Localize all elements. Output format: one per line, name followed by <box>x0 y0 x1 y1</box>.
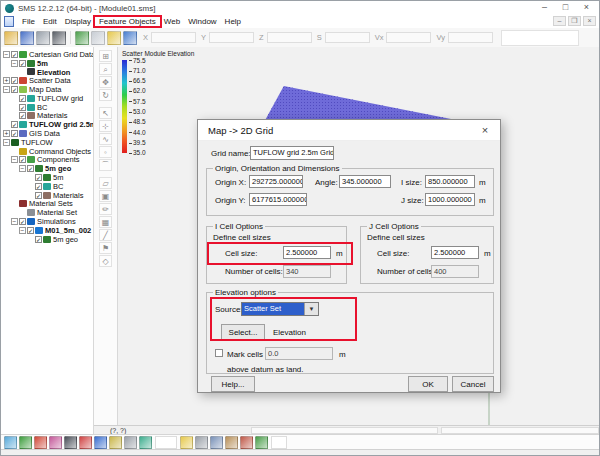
tree-item-scatter-data[interactable]: +✓Scatter Data <box>1 76 93 85</box>
coordinate-input-z[interactable] <box>267 32 312 43</box>
select-polygon-tool-icon[interactable]: ▣ <box>99 190 112 202</box>
tree-checkbox[interactable]: ✓ <box>11 51 18 58</box>
tree-item-5m-geo[interactable]: ✓5m geo <box>1 235 93 244</box>
ok-button[interactable]: OK <box>408 376 448 392</box>
maximize-button[interactable]: □ <box>555 1 576 14</box>
tree-item-5m[interactable]: ✓5m <box>1 173 93 182</box>
globe-module-icon[interactable] <box>79 436 92 449</box>
minimize-button[interactable]: – <box>534 1 555 14</box>
tree-item-map-data[interactable]: −✓Map Data <box>1 85 93 94</box>
tree-item-gis-data[interactable]: +✓GIS Data <box>1 129 93 138</box>
menu-item-help[interactable]: Help <box>221 17 245 26</box>
help-button[interactable]: Help... <box>211 376 255 392</box>
gis-module-icon[interactable] <box>94 436 107 449</box>
tree-item-cartesian-grid-data[interactable]: −✓Cartesian Grid Data <box>1 50 93 59</box>
tree-item-tuflow[interactable]: −TUFLOW <box>1 138 93 147</box>
tree-item-m01-5m-002[interactable]: −✓M01_5m_002 <box>1 226 93 235</box>
grid-frame-tool-icon[interactable]: ▦ <box>99 216 112 228</box>
select-point-tool-icon[interactable]: ◦ <box>99 146 112 158</box>
tree-checkbox[interactable]: ✓ <box>19 112 26 119</box>
frame-icon[interactable] <box>210 436 223 449</box>
save-icon[interactable] <box>20 31 34 45</box>
tree-checkbox[interactable]: ✓ <box>11 121 18 128</box>
tree-checkbox[interactable]: ✓ <box>11 86 18 93</box>
tree-checkbox[interactable]: ✓ <box>19 60 26 67</box>
tree-checkbox[interactable]: ✓ <box>19 104 26 111</box>
mdi-minimize-button[interactable]: – <box>553 16 566 26</box>
mark-cells-checkbox[interactable] <box>215 349 223 357</box>
raster-module-icon[interactable] <box>124 436 137 449</box>
expand-icon[interactable]: + <box>3 130 10 137</box>
menu-item-display[interactable]: Display <box>61 17 95 26</box>
measure-tool-icon[interactable]: ◇ <box>99 255 112 267</box>
create-point-tool-icon[interactable]: ⊹ <box>99 120 112 132</box>
j-size-field[interactable]: 1000.000000 <box>425 193 475 206</box>
collapse-icon[interactable]: − <box>3 86 10 93</box>
tree-checkbox[interactable]: ✓ <box>27 227 34 234</box>
curve-module-icon[interactable] <box>49 436 62 449</box>
image-icon[interactable] <box>75 31 89 45</box>
coordinate-input-vx[interactable] <box>386 32 431 43</box>
collapse-icon[interactable]: − <box>19 227 26 234</box>
grid-name-field[interactable]: TUFLOW grid 2.5m Grid <box>250 146 334 160</box>
mdi-restore-button[interactable]: ❐ <box>568 16 581 26</box>
delete-icon[interactable] <box>52 31 66 45</box>
tree-checkbox[interactable]: ✓ <box>11 130 18 137</box>
tree-item-simulations[interactable]: −✓Simulations <box>1 217 93 226</box>
scatter-module-icon[interactable] <box>34 436 47 449</box>
coordinate-input-x[interactable] <box>151 32 196 43</box>
vertex-tool-icon[interactable]: ✏ <box>99 203 112 215</box>
split-tool-icon[interactable]: ╱ <box>99 229 112 241</box>
folder-tool-icon[interactable] <box>225 436 238 449</box>
bulb-icon[interactable] <box>180 436 193 449</box>
menu-item-edit[interactable]: Edit <box>39 17 61 26</box>
rotate-tool-icon[interactable]: ↻ <box>99 89 112 101</box>
menu-item-file[interactable]: File <box>18 17 39 26</box>
mdi-close-button[interactable]: × <box>583 16 596 26</box>
tree-item-5m[interactable]: −✓5m <box>1 59 93 68</box>
tree-item-bc[interactable]: ✓BC <box>1 103 93 112</box>
flag-tool-icon[interactable]: ⚑ <box>99 242 112 254</box>
tree-item-material-set[interactable]: Material Set <box>1 208 93 217</box>
pan-tool-icon[interactable]: ✥ <box>99 76 112 88</box>
tree-checkbox[interactable]: ✓ <box>27 165 34 172</box>
i-size-field[interactable]: 850.000000 <box>425 175 475 188</box>
refresh-icon[interactable] <box>240 436 253 449</box>
origin-x-field[interactable]: 292725.000000 <box>249 175 303 188</box>
dialog-close-icon[interactable]: × <box>470 120 500 141</box>
tree-item-materials[interactable]: ✓Materials <box>1 112 93 121</box>
collapse-icon[interactable]: − <box>19 165 26 172</box>
origin-y-field[interactable]: 6177615.000000 <box>249 193 307 206</box>
tree-item-elevation[interactable]: Elevation <box>1 68 93 77</box>
select-arc-tool-icon[interactable]: ⌒ <box>99 159 112 171</box>
grid-module-icon[interactable] <box>19 436 32 449</box>
chevron-down-icon[interactable]: ▼ <box>304 303 318 315</box>
open-icon[interactable] <box>4 31 18 45</box>
collapse-icon[interactable]: − <box>11 156 18 163</box>
i-cell-size-field[interactable]: 2.500000 <box>283 246 331 259</box>
coordinate-input-s[interactable] <box>325 32 370 43</box>
expand-icon[interactable]: + <box>3 77 10 84</box>
zoom-tool-icon[interactable]: ⌕ <box>99 63 112 75</box>
bolt-icon[interactable] <box>107 31 121 45</box>
create-polygon-tool-icon[interactable]: ▱ <box>99 177 112 189</box>
globe-small-icon[interactable] <box>255 436 268 449</box>
mesh-module-icon[interactable] <box>4 436 17 449</box>
find-icon[interactable] <box>91 31 105 45</box>
menu-item-feature-objects[interactable]: Feature Objects <box>95 17 160 26</box>
tree-checkbox[interactable]: ✓ <box>19 156 26 163</box>
j-cell-size-field[interactable]: 2.500000 <box>431 246 479 259</box>
coordinate-input-y[interactable] <box>209 32 254 43</box>
tree-item-tuflow-grid-2-5m[interactable]: ✓TUFLOW grid 2.5m <box>1 120 93 129</box>
coordinate-input-vy[interactable] <box>448 32 493 43</box>
collapse-icon[interactable]: − <box>11 218 18 225</box>
annotation-module-icon[interactable] <box>109 436 122 449</box>
map-module-icon[interactable] <box>64 436 77 449</box>
tree-item-tuflow-grid[interactable]: ✓TUFLOW grid <box>1 94 93 103</box>
collapse-icon[interactable]: − <box>11 60 18 67</box>
settings-icon[interactable] <box>195 436 208 449</box>
tree-item-components[interactable]: −✓Components <box>1 156 93 165</box>
menu-item-window[interactable]: Window <box>184 17 220 26</box>
close-button[interactable]: × <box>576 1 597 14</box>
source-dropdown[interactable]: Scatter Set ▼ <box>241 302 319 316</box>
